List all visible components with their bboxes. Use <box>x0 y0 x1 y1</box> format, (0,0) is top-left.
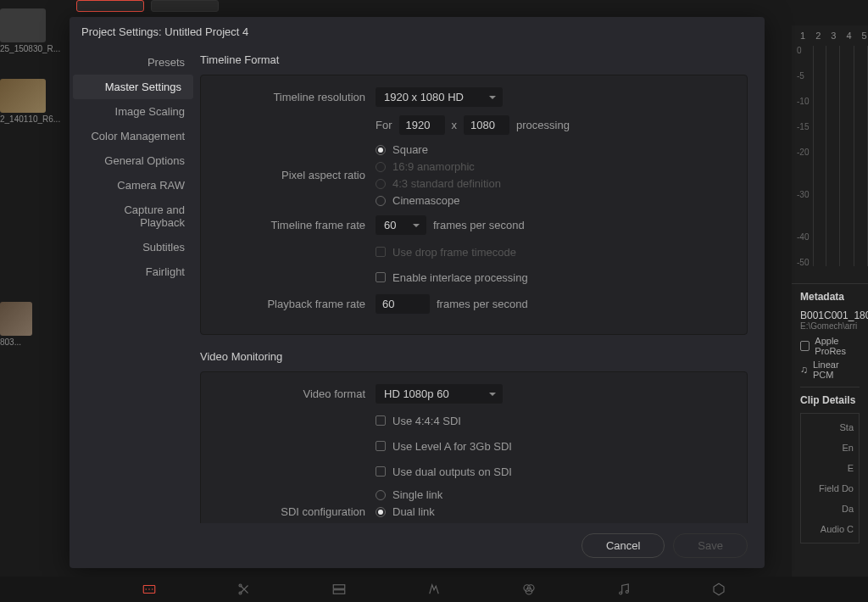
label-sdi-config: SDI configuration <box>213 505 376 518</box>
right-panel: 1 2 3 4 5 0 -5 -10 -15 -20 -30 -40 -50 M… <box>792 25 868 577</box>
color-page-icon[interactable] <box>520 582 538 597</box>
cancel-button[interactable]: Cancel <box>581 533 665 558</box>
label-timeline-resolution: Timeline resolution <box>213 91 376 103</box>
label-playback-framerate: Playback frame rate <box>213 298 376 310</box>
thumb-label: 803... <box>0 337 68 347</box>
par-43-radio <box>376 179 386 189</box>
metadata-panel: Metadata B001C001_180327. E:\Gomech\arri… <box>792 283 868 550</box>
interlace-checkbox[interactable] <box>376 272 386 282</box>
par-169-radio <box>376 162 386 172</box>
media-page-icon[interactable] <box>140 582 159 597</box>
svg-point-12 <box>626 591 628 594</box>
metadata-title: Metadata <box>800 291 860 303</box>
detail-row: Sta <box>806 417 854 438</box>
sidebar-item-camera-raw[interactable]: Camera RAW <box>70 173 197 198</box>
level-a-checkbox[interactable] <box>376 441 386 451</box>
clip-name: B001C001_180327. <box>800 309 860 321</box>
audio-meters: 0 -5 -10 -15 -20 -30 -40 -50 <box>792 46 868 283</box>
svg-point-3 <box>152 588 153 590</box>
timeline-height-input[interactable] <box>464 115 509 135</box>
timeline-thumbs <box>76 0 219 12</box>
page-navigation <box>0 577 868 602</box>
svg-rect-7 <box>333 590 345 594</box>
svg-point-11 <box>620 592 622 594</box>
meta-codec: Apple ProRes <box>800 336 860 356</box>
sidebar-item-capture-playback[interactable]: Capture and Playback <box>70 198 197 235</box>
deliver-page-icon[interactable] <box>709 582 728 597</box>
svg-rect-6 <box>333 585 345 589</box>
meta-audio: ♫ Linear PCM <box>800 360 860 380</box>
thumb-label: 25_150830_R... <box>0 44 68 53</box>
dialog-footer: Cancel Save <box>70 523 765 568</box>
timeline-format-section: Timeline resolution 1920 x 1080 HD For x… <box>200 75 748 335</box>
svg-point-1 <box>146 588 147 590</box>
par-cinemascope-radio[interactable] <box>376 196 386 206</box>
section-title-monitoring: Video Monitoring <box>200 350 748 363</box>
sidebar-item-fairlight[interactable]: Fairlight <box>70 259 197 284</box>
timeline-resolution-select[interactable]: 1920 x 1080 HD <box>376 87 503 107</box>
svg-point-2 <box>148 588 150 590</box>
timeline-width-input[interactable] <box>399 115 445 135</box>
detail-row: Field Do <box>806 478 854 499</box>
detail-row: En <box>806 438 854 458</box>
fairlight-page-icon[interactable] <box>615 582 633 597</box>
sidebar-item-image-scaling[interactable]: Image Scaling <box>70 99 197 124</box>
media-thumb[interactable] <box>0 79 46 113</box>
detail-row: Audio C <box>806 519 854 539</box>
sidebar-item-master-settings[interactable]: Master Settings <box>73 75 193 99</box>
timeline-thumb[interactable] <box>151 0 219 12</box>
sdi-single-radio[interactable] <box>376 490 386 500</box>
project-settings-dialog: Project Settings: Untitled Project 4 Pre… <box>70 17 765 568</box>
par-square-radio[interactable] <box>376 145 386 155</box>
sidebar-item-color-management[interactable]: Color Management <box>70 124 197 148</box>
cut-page-icon[interactable] <box>235 582 253 597</box>
drop-frame-checkbox <box>376 247 386 257</box>
label-timeline-framerate: Timeline frame rate <box>213 219 376 231</box>
sidebar-item-subtitles[interactable]: Subtitles <box>70 235 197 259</box>
dual-outputs-checkbox[interactable] <box>376 466 386 477</box>
sidebar-item-presets[interactable]: Presets <box>70 50 197 75</box>
detail-row: Da <box>806 499 854 519</box>
save-button: Save <box>673 533 748 558</box>
music-icon: ♫ <box>800 364 808 376</box>
clip-path: E:\Gomech\arri <box>800 321 860 331</box>
label-video-format: Video format <box>213 387 376 400</box>
fusion-page-icon[interactable] <box>425 582 443 597</box>
clip-details-title: Clip Details <box>800 387 860 406</box>
detail-row: E <box>806 458 854 478</box>
ruler: 1 2 3 4 5 <box>792 25 868 46</box>
thumb-label: 2_140110_R6... <box>0 114 68 124</box>
media-thumb[interactable] <box>0 8 46 42</box>
media-thumb[interactable] <box>0 302 32 336</box>
video-icon <box>800 341 810 351</box>
sdi-dual-radio[interactable] <box>376 507 386 517</box>
label-pixel-aspect-ratio: Pixel aspect ratio <box>213 169 376 181</box>
video-monitoring-section: Video format HD 1080p 60 Use 4:4:4 SDI U… <box>200 371 748 523</box>
timeline-thumb-active[interactable] <box>76 0 144 12</box>
use-444-checkbox[interactable] <box>376 415 386 426</box>
dialog-title: Project Settings: Untitled Project 4 <box>70 17 765 47</box>
video-format-select[interactable]: HD 1080p 60 <box>376 384 503 404</box>
section-title-timeline: Timeline Format <box>200 53 748 66</box>
sidebar-item-general-options[interactable]: General Options <box>70 148 197 173</box>
timeline-framerate-select[interactable]: 60 <box>376 215 426 235</box>
settings-content[interactable]: Timeline Format Timeline resolution 1920… <box>197 47 765 523</box>
settings-sidebar: Presets Master Settings Image Scaling Co… <box>70 47 197 523</box>
playback-framerate-input[interactable] <box>376 294 430 314</box>
edit-page-icon[interactable] <box>330 582 348 597</box>
media-pool-thumbnails: 25_150830_R... 2_140110_R6... 803... <box>0 0 68 372</box>
